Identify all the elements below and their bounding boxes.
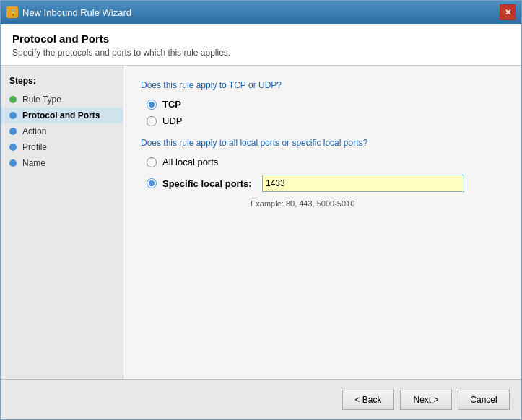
next-button[interactable]: Next >	[400, 390, 452, 410]
specific-ports-input[interactable]	[262, 175, 464, 192]
tcp-radio[interactable]	[147, 100, 157, 110]
sidebar-item-profile[interactable]: Profile	[1, 139, 123, 155]
all-local-label[interactable]: All local ports	[162, 157, 256, 167]
specific-label[interactable]: Specific local ports:	[162, 178, 256, 189]
svg-text:🔒: 🔒	[9, 8, 18, 17]
sidebar: Steps: Rule Type Protocol and Ports Acti…	[1, 66, 123, 379]
sidebar-item-rule-type[interactable]: Rule Type	[1, 92, 123, 108]
sidebar-item-label: Action	[22, 126, 46, 136]
page-header-description: Specify the protocols and ports to which…	[12, 48, 510, 58]
page-header-title: Protocol and Ports	[12, 32, 510, 45]
udp-label[interactable]: UDP	[162, 115, 182, 126]
back-button[interactable]: < Back	[342, 390, 394, 410]
title-bar: 🔒 New Inbound Rule Wizard ✕	[1, 1, 521, 24]
step-active-icon	[9, 112, 17, 119]
step-done-icon	[9, 96, 17, 103]
udp-radio[interactable]	[147, 116, 157, 126]
protocol-radio-group: TCP UDP	[141, 99, 504, 126]
window-title: New Inbound Rule Wizard	[22, 7, 131, 18]
sidebar-item-label: Rule Type	[22, 95, 61, 105]
sidebar-item-action[interactable]: Action	[1, 123, 123, 139]
all-local-radio[interactable]	[147, 157, 157, 167]
port-options: All local ports Specific local ports: Ex…	[141, 157, 504, 208]
tcp-option[interactable]: TCP	[147, 99, 504, 110]
example-text: Example: 80, 443, 5000-5010	[147, 199, 504, 208]
all-ports-option[interactable]: All local ports	[147, 157, 504, 167]
udp-option[interactable]: UDP	[147, 115, 504, 126]
protocol-question: Does this rule apply to TCP or UDP?	[141, 80, 504, 90]
sidebar-item-label: Protocol and Ports	[22, 110, 100, 121]
specific-radio[interactable]	[147, 178, 157, 188]
steps-label: Steps:	[1, 73, 123, 92]
wizard-window: 🔒 New Inbound Rule Wizard ✕ Protocol and…	[0, 0, 522, 420]
footer: < Back Next > Cancel	[1, 379, 521, 419]
close-button[interactable]: ✕	[500, 4, 516, 20]
sidebar-item-name[interactable]: Name	[1, 155, 123, 171]
main-panel: Does this rule apply to TCP or UDP? TCP …	[123, 66, 521, 379]
tcp-label[interactable]: TCP	[162, 99, 181, 110]
step-pending-icon	[9, 144, 17, 151]
app-icon: 🔒	[6, 6, 18, 18]
title-bar-left: 🔒 New Inbound Rule Wizard	[6, 6, 131, 18]
content-area: Steps: Rule Type Protocol and Ports Acti…	[1, 66, 521, 379]
sidebar-item-label: Name	[22, 158, 45, 168]
step-pending-icon	[9, 159, 17, 167]
sidebar-item-label: Profile	[22, 142, 47, 152]
page-header: Protocol and Ports Specify the protocols…	[1, 24, 521, 66]
step-pending-icon	[9, 128, 17, 135]
specific-ports-option[interactable]: Specific local ports:	[147, 175, 504, 192]
ports-question: Does this rule apply to all local ports …	[141, 138, 504, 148]
cancel-button[interactable]: Cancel	[458, 390, 510, 410]
sidebar-item-protocol-ports[interactable]: Protocol and Ports	[1, 108, 123, 123]
